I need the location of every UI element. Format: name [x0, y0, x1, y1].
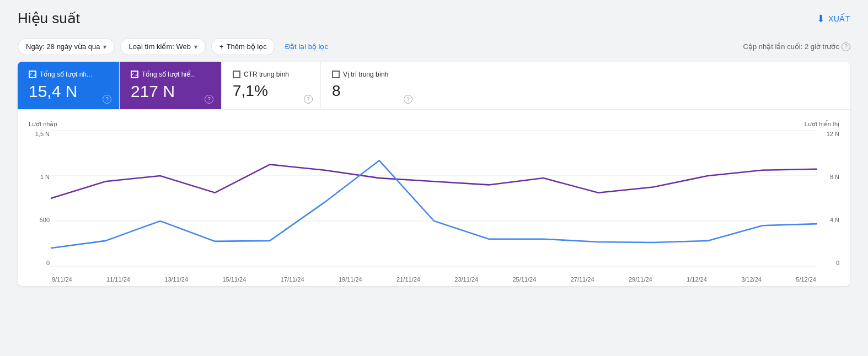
metric-impressions-value: 217 N	[131, 82, 208, 101]
x-label-1: 11/11/24	[106, 276, 130, 283]
metric-ctr-value: 7,1%	[233, 82, 307, 100]
x-label-11: 1/12/24	[687, 276, 707, 283]
chevron-down-icon: ▾	[194, 43, 197, 51]
help-icon-ctr[interactable]: ?	[304, 95, 313, 104]
metric-clicks-value: 15,4 N	[29, 82, 106, 101]
x-label-10: 29/11/24	[629, 276, 652, 283]
y-axis-left: 1,5 N 1 N 500 0	[29, 131, 50, 266]
date-filter-button[interactable]: Ngày: 28 ngày vừa qua ▾	[18, 38, 115, 55]
metric-position-label: Vị trí trung bình	[343, 71, 388, 78]
chart-svg-container	[51, 131, 817, 266]
y-right-label-3: 0	[818, 260, 839, 266]
metric-clicks-label: Tổng số lượt nh...	[40, 71, 92, 78]
reset-filter-label: Đặt lại bộ lọc	[285, 42, 328, 51]
metrics-row: ✓ Tổng số lượt nh... 15,4 N ? ✓ Tổng số …	[18, 62, 850, 110]
date-filter-label: Ngày: 28 ngày vừa qua	[26, 42, 100, 51]
chart-y-left-title: Lượt nhập	[29, 121, 57, 128]
header: Hiệu suất ⬇ XUẤT	[0, 0, 868, 34]
x-label-9: 27/11/24	[571, 276, 594, 283]
metric-position-label-row: Vị trí trung bình	[332, 71, 407, 78]
x-label-12: 3/12/24	[741, 276, 762, 283]
y-left-label-2: 500	[29, 217, 50, 223]
x-label-2: 13/11/24	[164, 276, 188, 283]
y-axis-right: 12 N 8 N 4 N 0	[818, 131, 839, 266]
chart-y-right-title: Lượt hiển thị	[805, 121, 839, 128]
page: Hiệu suất ⬇ XUẤT Ngày: 28 ngày vừa qua ▾…	[0, 0, 868, 356]
x-label-8: 25/11/24	[513, 276, 537, 283]
chevron-down-icon: ▾	[103, 43, 106, 51]
add-filter-button[interactable]: + Thêm bộ lọc	[211, 38, 275, 55]
chart-svg	[51, 131, 817, 266]
reset-filter-button[interactable]: Đặt lại bộ lọc	[281, 39, 333, 55]
y-left-label-1: 1 N	[29, 174, 50, 180]
metric-clicks[interactable]: ✓ Tổng số lượt nh... 15,4 N ?	[18, 62, 120, 109]
metric-impressions[interactable]: ✓ Tổng số lượt hiể... 217 N ?	[120, 62, 222, 109]
main-card: ✓ Tổng số lượt nh... 15,4 N ? ✓ Tổng số …	[18, 62, 850, 286]
toolbar: Ngày: 28 ngày vừa qua ▾ Loại tìm kiếm: W…	[0, 34, 868, 62]
chart-area: Lượt nhập Lượt hiển thị 1,5 N 1 N 500 0 …	[18, 110, 850, 286]
metric-ctr-checkbox[interactable]	[233, 71, 240, 78]
download-icon: ⬇	[817, 13, 826, 25]
x-label-0: 9/11/24	[52, 276, 72, 283]
plus-icon: +	[219, 42, 224, 51]
metric-position[interactable]: Vị trí trung bình 8 ?	[321, 62, 420, 109]
metric-impressions-label: Tổng số lượt hiể...	[142, 71, 196, 78]
search-type-label: Loại tìm kiếm: Web	[128, 42, 191, 51]
metric-position-value: 8	[332, 82, 407, 100]
metric-ctr-label-row: CTR trung bình	[233, 71, 307, 78]
y-right-label-1: 8 N	[818, 174, 839, 180]
export-label: XUẤT	[828, 14, 850, 23]
x-label-5: 19/11/24	[339, 276, 362, 283]
help-icon-position[interactable]: ?	[404, 95, 412, 104]
page-title: Hiệu suất	[18, 10, 80, 27]
x-label-3: 15/11/24	[222, 276, 246, 283]
help-icon-impressions[interactable]: ?	[205, 95, 213, 104]
x-label-13: 5/12/24	[796, 276, 816, 283]
y-right-label-0: 12 N	[818, 131, 839, 137]
metric-impressions-checkbox[interactable]: ✓	[131, 71, 138, 78]
metric-ctr[interactable]: CTR trung bình 7,1% ?	[222, 62, 321, 109]
metric-clicks-checkbox[interactable]: ✓	[29, 71, 36, 78]
y-left-label-0: 1,5 N	[29, 131, 50, 137]
help-icon[interactable]: ?	[842, 42, 850, 51]
export-button[interactable]: ⬇ XUẤT	[817, 13, 851, 25]
y-right-label-2: 4 N	[818, 217, 839, 223]
help-icon-clicks[interactable]: ?	[103, 95, 111, 104]
metric-position-checkbox[interactable]	[332, 71, 340, 78]
search-type-filter-button[interactable]: Loại tìm kiếm: Web ▾	[120, 38, 206, 55]
x-label-7: 23/11/24	[454, 276, 478, 283]
metric-clicks-label-row: ✓ Tổng số lượt nh...	[29, 71, 106, 78]
last-update: Cập nhật lần cuối: 2 giờ trước ?	[743, 42, 851, 51]
x-label-6: 21/11/24	[397, 276, 420, 283]
add-filter-label: Thêm bộ lọc	[227, 42, 267, 51]
y-left-label-3: 0	[29, 260, 50, 266]
x-axis-labels: 9/11/24 11/11/24 13/11/24 15/11/24 17/11…	[52, 276, 816, 283]
metric-impressions-label-row: ✓ Tổng số lượt hiể...	[131, 71, 208, 78]
x-label-4: 17/11/24	[281, 276, 304, 283]
metric-ctr-label: CTR trung bình	[244, 71, 289, 78]
last-update-text: Cập nhật lần cuối: 2 giờ trước	[743, 42, 840, 51]
